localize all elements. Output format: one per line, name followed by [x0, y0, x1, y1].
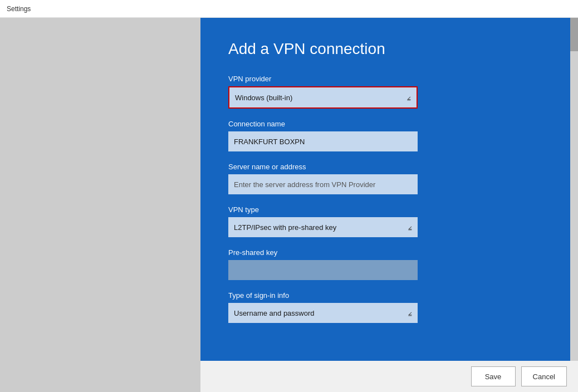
pre-shared-key-section: Pre-shared key [228, 248, 537, 280]
sidebar [0, 18, 200, 392]
scrollbar-thumb[interactable] [570, 18, 578, 51]
app-container: Add a VPN connection VPN provider Window… [0, 18, 578, 392]
sign-in-type-wrapper: Username and passwordSmart cardOne-time … [228, 303, 418, 323]
title-bar-text: Settings [7, 5, 31, 13]
save-button[interactable]: Save [471, 366, 516, 386]
vpn-type-label: VPN type [228, 205, 537, 214]
page-title: Add a VPN connection [228, 40, 537, 58]
pre-shared-key-label: Pre-shared key [228, 248, 537, 257]
scrollbar-track[interactable] [570, 18, 578, 392]
server-name-label: Server name or address [228, 163, 537, 171]
vpn-type-select[interactable]: AutomaticL2TP/IPsec with pre-shared keyL… [228, 217, 418, 237]
vpn-provider-section: VPN provider Windows (built-in) ⦤ [228, 75, 537, 109]
footer-buttons: Save Cancel [200, 361, 578, 392]
connection-name-input[interactable] [228, 131, 418, 151]
server-name-section: Server name or address [228, 163, 537, 194]
sign-in-type-section: Type of sign-in info Username and passwo… [228, 291, 537, 323]
server-name-input[interactable] [228, 174, 418, 194]
vpn-type-section: VPN type AutomaticL2TP/IPsec with pre-sh… [228, 205, 537, 237]
vpn-provider-wrapper: Windows (built-in) ⦤ [228, 86, 418, 109]
connection-name-section: Connection name [228, 120, 537, 151]
vpn-type-wrapper: AutomaticL2TP/IPsec with pre-shared keyL… [228, 217, 418, 237]
connection-name-label: Connection name [228, 120, 537, 128]
vpn-provider-label: VPN provider [228, 75, 537, 83]
cancel-button[interactable]: Cancel [521, 366, 567, 386]
vpn-provider-select[interactable]: Windows (built-in) [229, 87, 417, 107]
main-content: Add a VPN connection VPN provider Window… [200, 18, 570, 361]
sign-in-type-label: Type of sign-in info [228, 291, 537, 300]
title-bar: Settings [0, 0, 578, 18]
sign-in-type-select[interactable]: Username and passwordSmart cardOne-time … [228, 303, 418, 323]
pre-shared-key-input[interactable] [228, 260, 418, 280]
scroll-area: Add a VPN connection VPN provider Window… [228, 40, 548, 323]
